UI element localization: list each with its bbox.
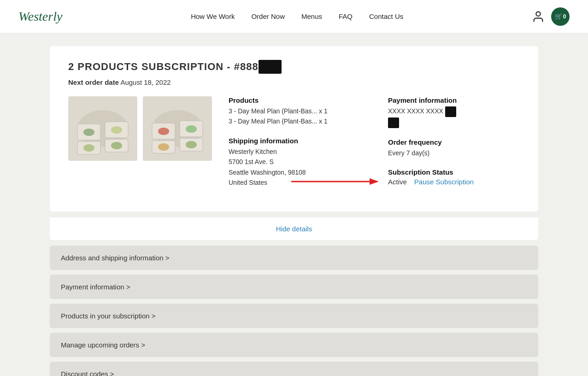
payment-card-info: XXXX XXXX XXXX xyxy=(388,106,520,128)
subscription-status-label: Subscription Status xyxy=(388,168,520,176)
svg-marker-22 xyxy=(370,178,379,185)
right-info-col: Payment information XXXX XXXX XXXX Order… xyxy=(388,96,520,198)
svg-point-19 xyxy=(158,143,169,151)
order-frequency-section: Order frequency Every 7 day(s) xyxy=(388,138,520,158)
subscription-status-section: Subscription Status Active xyxy=(388,168,520,186)
shipping-line-1: Westerly Kitchen xyxy=(229,147,360,157)
brand-logo[interactable]: Westerly xyxy=(18,9,62,24)
meal-image-2 xyxy=(143,96,212,161)
svg-point-18 xyxy=(186,125,197,133)
subscription-status-row: Active Pause Subscription xyxy=(388,178,520,186)
cart-icon: 🛒 xyxy=(555,13,562,20)
nav-order-now[interactable]: Order Now xyxy=(251,12,285,20)
account-icon[interactable] xyxy=(532,10,545,23)
accordion-item-discount-codes[interactable]: Discount codes > xyxy=(50,362,538,376)
nav-menus[interactable]: Menus xyxy=(301,12,322,20)
nav-faq[interactable]: FAQ xyxy=(339,12,353,20)
svg-point-8 xyxy=(111,126,122,134)
meal-image-1 xyxy=(68,96,137,161)
product-line-2: 3 - Day Meal Plan (Plant-Bas... x 1 xyxy=(229,116,360,126)
nav-how-we-work[interactable]: How We Work xyxy=(191,12,235,20)
payment-redacted-1 xyxy=(445,106,456,117)
nav-contact-us[interactable]: Contact Us xyxy=(369,12,403,20)
subscription-title: 2 PRODUCTS SUBSCRIPTION - #888 xyxy=(68,60,520,74)
svg-point-9 xyxy=(83,144,94,152)
order-frequency-value: Every 7 day(s) xyxy=(388,148,520,158)
details-grid: Products 3 - Day Meal Plan (Plant-Bas...… xyxy=(68,96,520,198)
payment-redacted-2 xyxy=(388,118,399,128)
payment-label: Payment information xyxy=(388,96,520,104)
main-nav: How We Work Order Now Menus FAQ Contact … xyxy=(191,12,403,20)
cart-button[interactable]: 🛒 0 xyxy=(551,7,570,26)
shipping-label: Shipping information xyxy=(229,137,360,145)
order-frequency-label: Order frequency xyxy=(388,138,520,146)
header-icons: 🛒 0 xyxy=(532,7,570,26)
subscription-status-value: Active xyxy=(388,178,407,186)
svg-point-7 xyxy=(83,129,94,136)
subscription-card: 2 PRODUCTS SUBSCRIPTION - #888 Next orde… xyxy=(50,46,538,212)
info-columns: Products 3 - Day Meal Plan (Plant-Bas...… xyxy=(229,96,520,198)
svg-point-20 xyxy=(186,141,197,148)
accordion-item-products[interactable]: Products in your subscription > xyxy=(50,304,538,328)
hide-details-bar: Hide details xyxy=(50,217,538,240)
svg-point-0 xyxy=(536,12,540,16)
title-redacted xyxy=(259,60,282,74)
product-line-1: 3 - Day Meal Plan (Plant-Bas... x 1 xyxy=(229,106,360,116)
arrow-indicator xyxy=(291,176,379,187)
shipping-line-2: 5700 1st Ave. S xyxy=(229,157,360,167)
accordion-item-manage-orders[interactable]: Manage upcoming orders > xyxy=(50,333,538,357)
pause-subscription-link[interactable]: Pause Subscription xyxy=(414,178,474,186)
accordion-item-payment[interactable]: Payment information > xyxy=(50,275,538,299)
next-order-date: Next order date August 18, 2022 xyxy=(68,78,520,86)
cart-count: 0 xyxy=(563,13,566,20)
products-label: Products xyxy=(229,96,360,104)
payment-section: Payment information XXXX XXXX XXXX xyxy=(388,96,520,128)
accordion-item-address[interactable]: Address and shipping information > xyxy=(50,246,538,270)
product-images xyxy=(68,96,212,198)
svg-point-17 xyxy=(158,128,169,135)
products-section: Products 3 - Day Meal Plan (Plant-Bas...… xyxy=(229,96,360,127)
hide-details-link[interactable]: Hide details xyxy=(276,225,312,233)
svg-point-10 xyxy=(111,142,122,149)
